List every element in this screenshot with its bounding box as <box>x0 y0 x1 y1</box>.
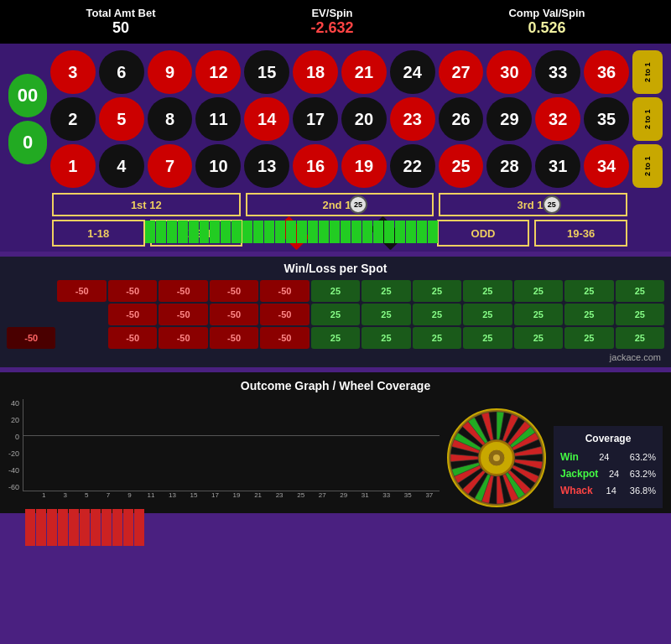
bar-11 <box>145 221 155 243</box>
outcome-title: Outcome Graph / Wheel Coverage <box>8 379 663 392</box>
winloss-title: Win/Loss per Spot <box>7 262 664 275</box>
wl-cell-r0-c12: 25 <box>616 280 664 302</box>
num-cell-14[interactable]: 14 <box>244 97 289 141</box>
wl-cell-r0-c11: 25 <box>564 280 613 302</box>
wl-cell-r2-c7: 25 <box>362 327 410 349</box>
bar-9 <box>123 509 133 546</box>
wl-cell-r2-c0: -50 <box>7 327 55 349</box>
wl-cell-r2-c11: 25 <box>564 327 613 349</box>
third-dozen-btn[interactable]: 3rd 12 25 <box>439 193 627 216</box>
num-cell-23[interactable]: 23 <box>390 97 435 141</box>
one-eighteen-btn[interactable]: 1-18 <box>52 220 145 247</box>
bar-36 <box>417 221 427 243</box>
wl-cell-r1-c9: 25 <box>463 304 512 325</box>
num-cell-24[interactable]: 24 <box>390 50 435 94</box>
wl-cell-r2-c4: -50 <box>210 327 258 349</box>
bar-34 <box>395 221 405 243</box>
num-cell-7[interactable]: 7 <box>148 144 193 188</box>
bar-26 <box>308 221 318 243</box>
wl-cell-r0-c9: 25 <box>463 280 512 302</box>
num-cell-15[interactable]: 15 <box>244 50 289 94</box>
num-cell-6[interactable]: 6 <box>99 50 144 94</box>
num-cell-1[interactable]: 1 <box>50 144 96 188</box>
bar-6 <box>91 509 101 546</box>
num-cell-20[interactable]: 20 <box>341 97 387 141</box>
num-cell-12[interactable]: 12 <box>195 50 241 94</box>
num-cell-9[interactable]: 9 <box>148 50 193 94</box>
second-dozen-btn[interactable]: 2nd 12 25 <box>246 193 434 216</box>
num-cell-4[interactable]: 4 <box>99 144 144 188</box>
wl-cell-r2-c6: 25 <box>311 327 360 349</box>
num-cell-33[interactable]: 33 <box>535 50 580 94</box>
num-cell-34[interactable]: 34 <box>584 144 629 188</box>
num-cell-2[interactable]: 2 <box>50 97 96 141</box>
total-amt-bet-col: Total Amt Bet 50 <box>86 7 155 37</box>
num-cell-3[interactable]: 3 <box>50 50 96 94</box>
y-axis: 40 20 0 -20 -40 -60 <box>8 399 19 491</box>
num-cell-27[interactable]: 27 <box>439 50 484 94</box>
whack-pct: 36.8% <box>630 486 656 496</box>
num-cell-5[interactable]: 5 <box>99 97 144 141</box>
num-cell-19[interactable]: 19 <box>341 144 387 188</box>
table-wrapper: 00 0 36912151821242730333625811141720232… <box>8 50 663 188</box>
num-cell-18[interactable]: 18 <box>293 50 338 94</box>
chip-overlay-3rd: 25 <box>543 195 561 214</box>
bar-7 <box>101 509 112 546</box>
bar-28 <box>330 221 340 243</box>
odd-btn[interactable]: ODD <box>437 220 530 247</box>
num-cell-25[interactable]: 25 <box>439 144 484 188</box>
zero-col: 00 0 <box>8 50 47 188</box>
num-cell-8[interactable]: 8 <box>148 97 193 141</box>
double-zero-cell[interactable]: 00 <box>8 74 47 117</box>
whack-label: Whack <box>560 485 593 496</box>
num-cell-29[interactable]: 29 <box>486 97 532 141</box>
svg-point-3 <box>493 454 500 461</box>
wl-cell-r2-c5: -50 <box>260 327 309 349</box>
comp-val-value: 0.526 <box>508 19 585 37</box>
bars-container <box>23 399 440 491</box>
bar-22 <box>264 221 274 243</box>
two-to-one-bot[interactable]: 2 to 1 <box>632 144 663 188</box>
bar-29 <box>341 221 351 243</box>
wl-cell-r2-c1 <box>57 327 106 349</box>
bar-30 <box>351 221 362 243</box>
jackpot-pct: 63.2% <box>630 469 656 479</box>
wl-cell-r1-c12: 25 <box>616 304 664 325</box>
wl-cell-r2-c9: 25 <box>463 327 512 349</box>
num-cell-13[interactable]: 13 <box>244 144 289 188</box>
bar-2 <box>47 509 57 546</box>
two-to-one-col: 2 to 1 2 to 1 2 to 1 <box>632 50 663 188</box>
header: Total Amt Bet 50 EV/Spin -2.632 Comp Val… <box>0 0 671 44</box>
total-amt-bet-label: Total Amt Bet <box>86 7 155 19</box>
two-to-one-mid[interactable]: 2 to 1 <box>632 97 663 141</box>
num-cell-26[interactable]: 26 <box>439 97 484 141</box>
first-dozen-btn[interactable]: 1st 12 <box>52 193 241 216</box>
bar-23 <box>275 221 285 243</box>
nineteen-thirtysix-btn[interactable]: 19-36 <box>534 220 627 247</box>
bar-5 <box>80 509 90 546</box>
bar-13 <box>167 221 177 243</box>
num-cell-10[interactable]: 10 <box>195 144 241 188</box>
num-cell-17[interactable]: 17 <box>293 97 338 141</box>
num-cell-16[interactable]: 16 <box>293 144 338 188</box>
wl-cell-r2-c10: 25 <box>514 327 563 349</box>
bar-32 <box>373 221 383 243</box>
bar-1 <box>36 509 46 546</box>
win-count: 24 <box>599 452 609 462</box>
numbers-grid: 3691215182124273033362581114172023262932… <box>50 50 629 188</box>
num-cell-11[interactable]: 11 <box>195 97 241 141</box>
num-cell-30[interactable]: 30 <box>486 50 532 94</box>
outcome-section: Outcome Graph / Wheel Coverage 40 20 0 -… <box>0 372 671 513</box>
num-cell-22[interactable]: 22 <box>390 144 435 188</box>
ev-spin-label: EV/Spin <box>310 7 353 19</box>
num-cell-32[interactable]: 32 <box>535 97 580 141</box>
bar-17 <box>210 221 220 243</box>
wl-cell-r0-c2: -50 <box>108 280 157 302</box>
num-cell-31[interactable]: 31 <box>535 144 580 188</box>
zero-cell[interactable]: 0 <box>8 121 47 164</box>
num-cell-21[interactable]: 21 <box>341 50 387 94</box>
num-cell-36[interactable]: 36 <box>584 50 629 94</box>
two-to-one-top[interactable]: 2 to 1 <box>632 50 663 94</box>
num-cell-35[interactable]: 35 <box>584 97 629 141</box>
num-cell-28[interactable]: 28 <box>486 144 532 188</box>
